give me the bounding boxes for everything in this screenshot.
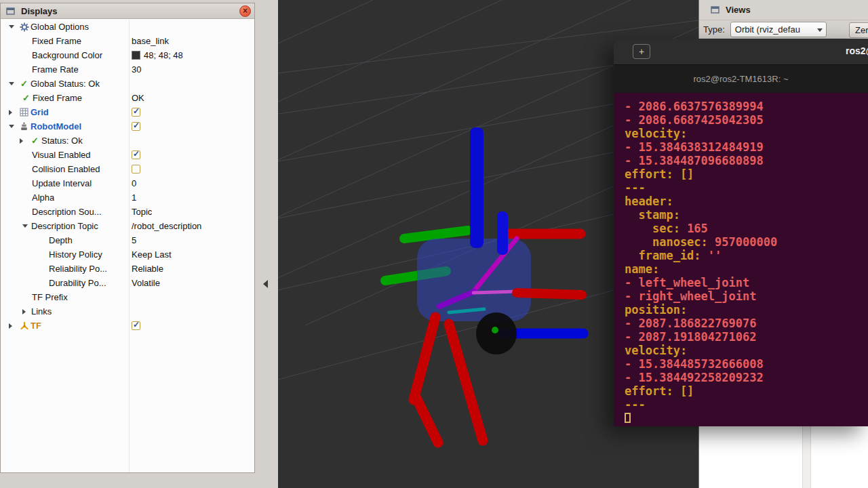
views-titlebar[interactable]: Views: [699, 0, 868, 20]
terminal-line: - 2087.186822769076: [625, 317, 868, 330]
row-value[interactable]: /robot_description: [132, 221, 201, 231]
chevron-down-icon[interactable]: [9, 25, 18, 28]
row-label: Status: Ok: [41, 136, 83, 146]
row-value[interactable]: base_link: [132, 36, 169, 46]
terminal-line: header:: [625, 195, 868, 208]
chevron-right-icon[interactable]: [20, 138, 28, 144]
chevron-right-icon[interactable]: [22, 309, 31, 314]
chevron-down-icon[interactable]: [9, 125, 18, 128]
row-label: Durability Po...: [49, 278, 106, 288]
terminal-window: + ros2@ ros2@ros2-TM1613R: ~ - 2086.6637…: [614, 39, 868, 426]
row-label: History Policy: [49, 249, 102, 260]
row-value[interactable]: 5: [132, 235, 136, 245]
row-label: Global Options: [31, 22, 89, 32]
view-type-value: Orbit (rviz_defau: [735, 24, 800, 35]
chevron-right-icon[interactable]: [9, 323, 18, 329]
row-checkbox[interactable]: [132, 108, 140, 117]
row-value[interactable]: OK: [132, 93, 144, 103]
tree-row-description-topic[interactable]: Description Topic/robot_description: [1, 219, 254, 233]
view-type-select[interactable]: Orbit (rviz_defau: [730, 22, 827, 37]
tree-row-global-status-ok[interactable]: ✓Global Status: Ok: [1, 77, 254, 91]
row-value[interactable]: Keep Last: [132, 249, 172, 260]
tree-row-fixed-frame[interactable]: ✓Fixed FrameOK: [1, 91, 254, 105]
terminal-line: effort: []: [625, 384, 868, 398]
tree-row-collision-enabled[interactable]: Collision Enabled: [1, 162, 254, 176]
chevron-right-icon[interactable]: [9, 110, 18, 115]
terminal-line: effort: []: [625, 167, 868, 181]
row-value[interactable]: 1: [132, 192, 136, 203]
terminal-body[interactable]: - 2086.6637576389994- 2086.6687425042305…: [614, 93, 868, 426]
tree-row-visual-enabled[interactable]: Visual Enabled: [1, 148, 254, 162]
row-label: RobotModel: [31, 121, 81, 131]
row-value[interactable]: Topic: [132, 207, 152, 217]
displays-panel: Displays × Global OptionsFixed Framebase…: [0, 3, 255, 473]
row-checkbox[interactable]: [132, 122, 140, 131]
robot-icon: [20, 122, 28, 131]
terminal-line: - 15.384492258209232: [625, 371, 868, 384]
views-panel-icon: [709, 5, 722, 14]
tree-row-global-options[interactable]: Global Options: [1, 20, 254, 34]
row-checkbox[interactable]: [132, 321, 140, 330]
check-icon: ✓: [31, 136, 39, 145]
row-label: Reliability Po...: [49, 264, 107, 274]
terminal-cursor-line: [625, 411, 868, 425]
tree-row-update-interval[interactable]: Update Interval0: [1, 176, 254, 190]
chevron-down-icon: [817, 28, 823, 32]
row-value[interactable]: 30: [132, 64, 141, 75]
tree-row-tf[interactable]: TF: [1, 319, 254, 333]
displays-tree: Global OptionsFixed Framebase_linkBackgr…: [1, 20, 254, 333]
terminal-line: stamp:: [625, 208, 868, 222]
views-type-row: Type: Orbit (rviz_defau: [699, 20, 868, 39]
row-value[interactable]: 48; 48; 48: [144, 50, 183, 60]
panel-collapse-arrow-icon[interactable]: [263, 280, 268, 288]
terminal-line: ---: [625, 398, 868, 411]
terminal-line: - 15.384638312484919: [625, 140, 868, 154]
chevron-down-icon[interactable]: [9, 82, 18, 85]
color-swatch[interactable]: [132, 51, 140, 60]
row-label: Depth: [49, 235, 73, 245]
terminal-line: name:: [625, 262, 868, 276]
tree-row-grid[interactable]: Grid: [1, 105, 254, 119]
terminal-line: frame_id: '': [625, 249, 868, 262]
terminal-lines: - 2086.6637576389994- 2086.6687425042305…: [625, 100, 868, 411]
chevron-down-icon[interactable]: [22, 224, 31, 228]
displays-panel-title: Displays: [21, 6, 57, 16]
tree-row-history-policy[interactable]: History PolicyKeep Last: [1, 247, 254, 262]
row-value[interactable]: 0: [132, 178, 136, 188]
terminal-cursor: [625, 413, 631, 423]
tree-row-tf-prefix[interactable]: TF Prefix: [1, 290, 254, 304]
tree-row-status-ok[interactable]: ✓Status: Ok: [1, 134, 254, 148]
gear-icon: [20, 22, 29, 32]
close-icon[interactable]: ×: [239, 5, 251, 17]
row-checkbox[interactable]: [132, 165, 140, 174]
tree-row-frame-rate[interactable]: Frame Rate30: [1, 62, 254, 77]
tree-row-fixed-frame[interactable]: Fixed Framebase_link: [1, 34, 254, 48]
row-value[interactable]: Reliable: [132, 264, 163, 274]
row-label: Alpha: [32, 192, 54, 203]
terminal-line: - left_wheel_joint: [625, 276, 868, 289]
tree-row-description-sou[interactable]: Description Sou...Topic: [1, 205, 254, 219]
terminal-titlebar[interactable]: + ros2@: [614, 39, 868, 64]
tree-row-alpha[interactable]: Alpha1: [1, 190, 254, 205]
tree-row-links[interactable]: Links: [1, 304, 254, 319]
terminal-line: nanosec: 957000000: [625, 235, 868, 249]
terminal-line: - 15.384487096680898: [625, 154, 868, 167]
tree-row-reliability-po[interactable]: Reliability Po...Reliable: [1, 262, 254, 276]
tree-row-durability-po[interactable]: Durability Po...Volatile: [1, 276, 254, 290]
view-type-label: Type:: [703, 24, 725, 35]
row-label: TF: [31, 321, 41, 331]
row-value[interactable]: Volatile: [132, 278, 160, 288]
terminal-tab[interactable]: ros2@ros2-TM1613R: ~: [694, 74, 789, 84]
terminal-line: position:: [625, 303, 868, 317]
tree-row-background-color[interactable]: Background Color48; 48; 48: [1, 48, 254, 62]
tree-row-robotmodel[interactable]: RobotModel: [1, 119, 254, 134]
row-label: Visual Enabled: [32, 150, 91, 160]
grid-icon: [20, 108, 28, 117]
tree-row-depth[interactable]: Depth5: [1, 233, 254, 247]
displays-titlebar[interactable]: Displays ×: [1, 3, 254, 19]
zero-button[interactable]: Zero: [849, 22, 868, 38]
robot-model: [385, 127, 583, 443]
terminal-line: - 2086.6637576389994: [625, 100, 868, 113]
row-checkbox[interactable]: [132, 150, 140, 159]
new-tab-icon[interactable]: +: [633, 44, 650, 59]
